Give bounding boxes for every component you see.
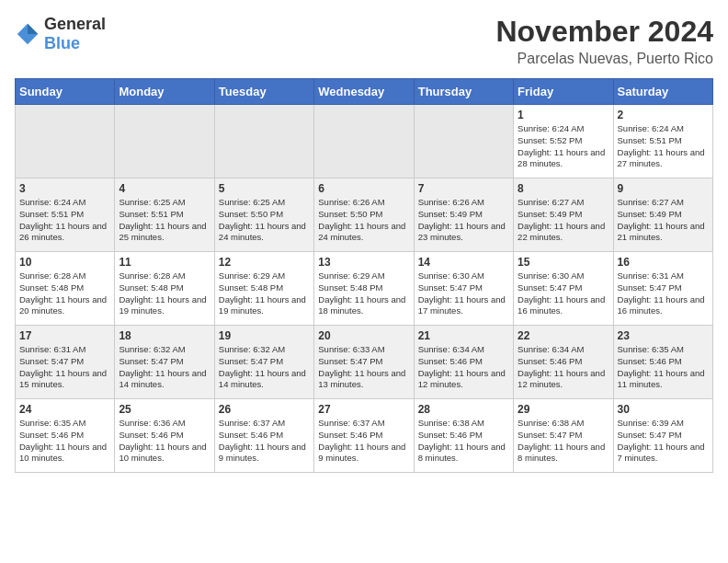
weekday-header-thursday: Thursday	[414, 79, 513, 105]
calendar-week-row: 24Sunrise: 6:35 AM Sunset: 5:46 PM Dayli…	[16, 399, 713, 473]
day-number: 27	[318, 403, 409, 416]
day-info: Sunrise: 6:32 AM Sunset: 5:47 PM Dayligh…	[219, 344, 310, 391]
calendar-cell: 18Sunrise: 6:32 AM Sunset: 5:47 PM Dayli…	[115, 326, 214, 399]
day-number: 30	[618, 403, 709, 416]
day-info: Sunrise: 6:37 AM Sunset: 5:46 PM Dayligh…	[219, 418, 310, 465]
calendar-cell	[214, 105, 313, 178]
day-info: Sunrise: 6:28 AM Sunset: 5:48 PM Dayligh…	[19, 270, 110, 317]
calendar-cell: 30Sunrise: 6:39 AM Sunset: 5:47 PM Dayli…	[613, 399, 712, 473]
calendar-cell: 9Sunrise: 6:27 AM Sunset: 5:49 PM Daylig…	[613, 178, 712, 252]
calendar-week-row: 3Sunrise: 6:24 AM Sunset: 5:51 PM Daylig…	[16, 178, 713, 252]
day-info: Sunrise: 6:27 AM Sunset: 5:49 PM Dayligh…	[518, 197, 609, 244]
day-number: 10	[19, 256, 110, 269]
logo-icon	[15, 21, 40, 47]
calendar-cell: 8Sunrise: 6:27 AM Sunset: 5:49 PM Daylig…	[514, 178, 613, 252]
day-number: 2	[618, 109, 709, 121]
day-number: 24	[19, 403, 110, 416]
calendar-cell: 15Sunrise: 6:30 AM Sunset: 5:47 PM Dayli…	[514, 252, 613, 326]
day-number: 9	[618, 182, 709, 195]
day-info: Sunrise: 6:30 AM Sunset: 5:47 PM Dayligh…	[418, 270, 509, 317]
day-number: 17	[19, 329, 110, 342]
day-number: 6	[318, 182, 409, 195]
day-info: Sunrise: 6:29 AM Sunset: 5:48 PM Dayligh…	[219, 270, 310, 317]
calendar-week-row: 17Sunrise: 6:31 AM Sunset: 5:47 PM Dayli…	[16, 326, 713, 399]
calendar-cell: 6Sunrise: 6:26 AM Sunset: 5:50 PM Daylig…	[314, 178, 414, 252]
calendar-cell: 4Sunrise: 6:25 AM Sunset: 5:51 PM Daylig…	[115, 178, 214, 252]
calendar-cell: 3Sunrise: 6:24 AM Sunset: 5:51 PM Daylig…	[16, 178, 115, 252]
day-number: 8	[518, 182, 609, 195]
day-number: 4	[119, 182, 210, 195]
day-number: 12	[219, 256, 310, 269]
calendar-cell: 2Sunrise: 6:24 AM Sunset: 5:51 PM Daylig…	[613, 105, 712, 178]
calendar-cell: 23Sunrise: 6:35 AM Sunset: 5:46 PM Dayli…	[613, 326, 712, 399]
weekday-header-row: SundayMondayTuesdayWednesdayThursdayFrid…	[16, 79, 713, 105]
weekday-header-sunday: Sunday	[16, 79, 115, 105]
calendar-cell	[314, 105, 414, 178]
page-header: General Blue November 2024 Parcelas Nuev…	[15, 15, 713, 67]
day-info: Sunrise: 6:37 AM Sunset: 5:46 PM Dayligh…	[318, 418, 409, 465]
day-info: Sunrise: 6:34 AM Sunset: 5:46 PM Dayligh…	[418, 344, 509, 391]
day-info: Sunrise: 6:34 AM Sunset: 5:46 PM Dayligh…	[518, 344, 609, 391]
day-number: 11	[119, 256, 210, 269]
weekday-header-tuesday: Tuesday	[214, 79, 313, 105]
day-info: Sunrise: 6:24 AM Sunset: 5:51 PM Dayligh…	[19, 197, 110, 244]
day-info: Sunrise: 6:35 AM Sunset: 5:46 PM Dayligh…	[19, 418, 110, 465]
weekday-header-friday: Friday	[514, 79, 613, 105]
day-info: Sunrise: 6:33 AM Sunset: 5:47 PM Dayligh…	[318, 344, 409, 391]
weekday-header-wednesday: Wednesday	[314, 79, 414, 105]
logo: General Blue	[15, 15, 106, 53]
svg-marker-1	[28, 24, 38, 34]
day-info: Sunrise: 6:24 AM Sunset: 5:51 PM Dayligh…	[618, 123, 709, 170]
calendar-cell: 19Sunrise: 6:32 AM Sunset: 5:47 PM Dayli…	[214, 326, 313, 399]
day-number: 28	[418, 403, 509, 416]
day-number: 25	[119, 403, 210, 416]
calendar-cell: 5Sunrise: 6:25 AM Sunset: 5:50 PM Daylig…	[214, 178, 313, 252]
calendar-cell: 20Sunrise: 6:33 AM Sunset: 5:47 PM Dayli…	[314, 326, 414, 399]
day-info: Sunrise: 6:30 AM Sunset: 5:47 PM Dayligh…	[518, 270, 609, 317]
calendar-cell: 14Sunrise: 6:30 AM Sunset: 5:47 PM Dayli…	[414, 252, 513, 326]
calendar-cell: 28Sunrise: 6:38 AM Sunset: 5:46 PM Dayli…	[414, 399, 513, 473]
day-number: 23	[618, 329, 709, 342]
calendar-cell: 16Sunrise: 6:31 AM Sunset: 5:47 PM Dayli…	[613, 252, 712, 326]
calendar-cell: 13Sunrise: 6:29 AM Sunset: 5:48 PM Dayli…	[314, 252, 414, 326]
day-info: Sunrise: 6:24 AM Sunset: 5:52 PM Dayligh…	[518, 123, 609, 170]
day-info: Sunrise: 6:36 AM Sunset: 5:46 PM Dayligh…	[119, 418, 210, 465]
day-info: Sunrise: 6:31 AM Sunset: 5:47 PM Dayligh…	[618, 270, 709, 317]
calendar-cell: 22Sunrise: 6:34 AM Sunset: 5:46 PM Dayli…	[514, 326, 613, 399]
calendar-cell	[115, 105, 214, 178]
month-title: November 2024	[495, 15, 713, 49]
calendar-cell: 27Sunrise: 6:37 AM Sunset: 5:46 PM Dayli…	[314, 399, 414, 473]
day-info: Sunrise: 6:39 AM Sunset: 5:47 PM Dayligh…	[618, 418, 709, 465]
day-info: Sunrise: 6:29 AM Sunset: 5:48 PM Dayligh…	[318, 270, 409, 317]
logo-text-blue: Blue	[44, 34, 80, 52]
day-info: Sunrise: 6:26 AM Sunset: 5:50 PM Dayligh…	[318, 197, 409, 244]
calendar-cell: 26Sunrise: 6:37 AM Sunset: 5:46 PM Dayli…	[214, 399, 313, 473]
day-info: Sunrise: 6:26 AM Sunset: 5:49 PM Dayligh…	[418, 197, 509, 244]
calendar-cell: 29Sunrise: 6:38 AM Sunset: 5:47 PM Dayli…	[514, 399, 613, 473]
day-number: 21	[418, 329, 509, 342]
calendar-cell: 7Sunrise: 6:26 AM Sunset: 5:49 PM Daylig…	[414, 178, 513, 252]
day-number: 14	[418, 256, 509, 269]
day-info: Sunrise: 6:27 AM Sunset: 5:49 PM Dayligh…	[618, 197, 709, 244]
day-number: 20	[318, 329, 409, 342]
day-number: 26	[219, 403, 310, 416]
day-info: Sunrise: 6:32 AM Sunset: 5:47 PM Dayligh…	[119, 344, 210, 391]
calendar-table: SundayMondayTuesdayWednesdayThursdayFrid…	[15, 78, 713, 473]
calendar-cell: 21Sunrise: 6:34 AM Sunset: 5:46 PM Dayli…	[414, 326, 513, 399]
day-info: Sunrise: 6:31 AM Sunset: 5:47 PM Dayligh…	[19, 344, 110, 391]
day-number: 18	[119, 329, 210, 342]
calendar-cell: 12Sunrise: 6:29 AM Sunset: 5:48 PM Dayli…	[214, 252, 313, 326]
day-number: 3	[19, 182, 110, 195]
day-info: Sunrise: 6:35 AM Sunset: 5:46 PM Dayligh…	[618, 344, 709, 391]
day-number: 29	[518, 403, 609, 416]
calendar-cell: 17Sunrise: 6:31 AM Sunset: 5:47 PM Dayli…	[16, 326, 115, 399]
location-title: Parcelas Nuevas, Puerto Rico	[495, 51, 713, 67]
calendar-cell: 1Sunrise: 6:24 AM Sunset: 5:52 PM Daylig…	[514, 105, 613, 178]
title-block: November 2024 Parcelas Nuevas, Puerto Ri…	[495, 15, 713, 67]
day-number: 5	[219, 182, 310, 195]
day-number: 22	[518, 329, 609, 342]
calendar-cell: 25Sunrise: 6:36 AM Sunset: 5:46 PM Dayli…	[115, 399, 214, 473]
calendar-cell: 11Sunrise: 6:28 AM Sunset: 5:48 PM Dayli…	[115, 252, 214, 326]
logo-text-general: General	[44, 15, 106, 33]
weekday-header-monday: Monday	[115, 79, 214, 105]
